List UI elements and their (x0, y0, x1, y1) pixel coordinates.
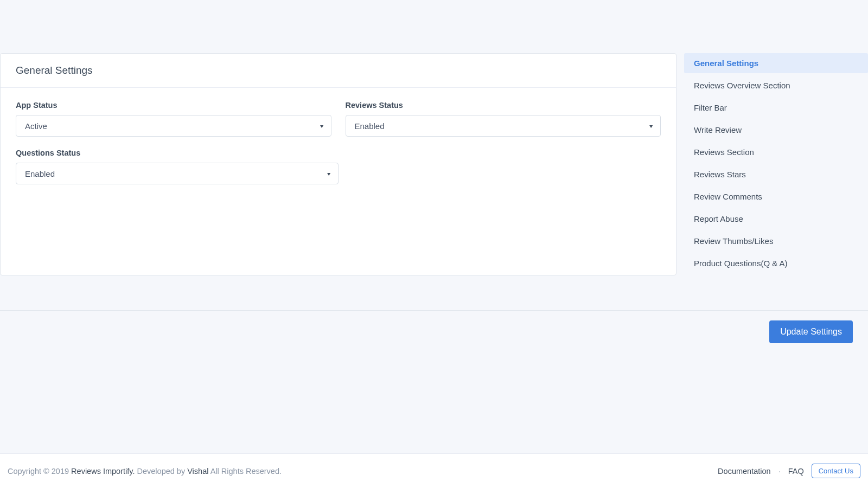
sidebar-item-filter-bar[interactable]: Filter Bar (684, 98, 868, 118)
sidebar-item-reviews-section[interactable]: Reviews Section (684, 142, 868, 162)
card-header: General Settings (1, 54, 676, 88)
developer-name: Vishal (187, 467, 208, 476)
sidebar-item-write-review[interactable]: Write Review (684, 120, 868, 140)
sidebar-item-review-comments[interactable]: Review Comments (684, 187, 868, 207)
settings-sidebar: General Settings Reviews Overview Sectio… (684, 53, 868, 275)
form-group-app-status: App Status Active (16, 101, 331, 137)
app-status-label: App Status (16, 101, 331, 110)
reviews-status-select-wrap: Enabled (346, 115, 661, 137)
questions-status-label: Questions Status (16, 149, 339, 157)
copyright-prefix: Copyright © 2019 (8, 467, 71, 476)
sidebar-item-reviews-stars[interactable]: Reviews Stars (684, 164, 868, 184)
form-group-reviews-status: Reviews Status Enabled (346, 101, 661, 137)
footer: Copyright © 2019 Reviews Importify. Deve… (0, 453, 868, 488)
sidebar-item-reviews-overview[interactable]: Reviews Overview Section (684, 75, 868, 95)
footer-separator-icon: · (778, 467, 781, 476)
app-status-select[interactable]: Active (16, 115, 331, 137)
questions-status-select[interactable]: Enabled (16, 163, 339, 184)
sidebar-item-general-settings[interactable]: General Settings (684, 53, 868, 73)
sidebar-list: General Settings Reviews Overview Sectio… (684, 53, 868, 273)
settings-card: General Settings App Status Active (0, 53, 676, 275)
action-bar: Update Settings (0, 310, 868, 343)
footer-copyright: Copyright © 2019 Reviews Importify. Deve… (8, 467, 282, 476)
sidebar-item-report-abuse[interactable]: Report Abuse (684, 209, 868, 229)
faq-link[interactable]: FAQ (788, 467, 804, 476)
card-body: App Status Active Reviews Status (1, 88, 676, 214)
reviews-status-select[interactable]: Enabled (346, 115, 661, 137)
sidebar-item-product-questions[interactable]: Product Questions(Q & A) (684, 253, 868, 273)
rights-text: All Rights Reserved. (208, 467, 282, 476)
card-title: General Settings (16, 65, 661, 76)
reviews-status-label: Reviews Status (346, 101, 661, 110)
developed-by-prefix: Developed by (135, 467, 187, 476)
sidebar-item-review-thumbs[interactable]: Review Thumbs/Likes (684, 231, 868, 251)
footer-links: Documentation · FAQ Contact Us (718, 464, 860, 478)
update-settings-button[interactable]: Update Settings (769, 320, 853, 343)
documentation-link[interactable]: Documentation (718, 467, 771, 476)
app-status-select-wrap: Active (16, 115, 331, 137)
app-name: Reviews Importify. (71, 467, 135, 476)
form-group-questions-status: Questions Status Enabled (16, 149, 339, 184)
contact-us-button[interactable]: Contact Us (812, 464, 860, 478)
questions-status-select-wrap: Enabled (16, 163, 339, 184)
